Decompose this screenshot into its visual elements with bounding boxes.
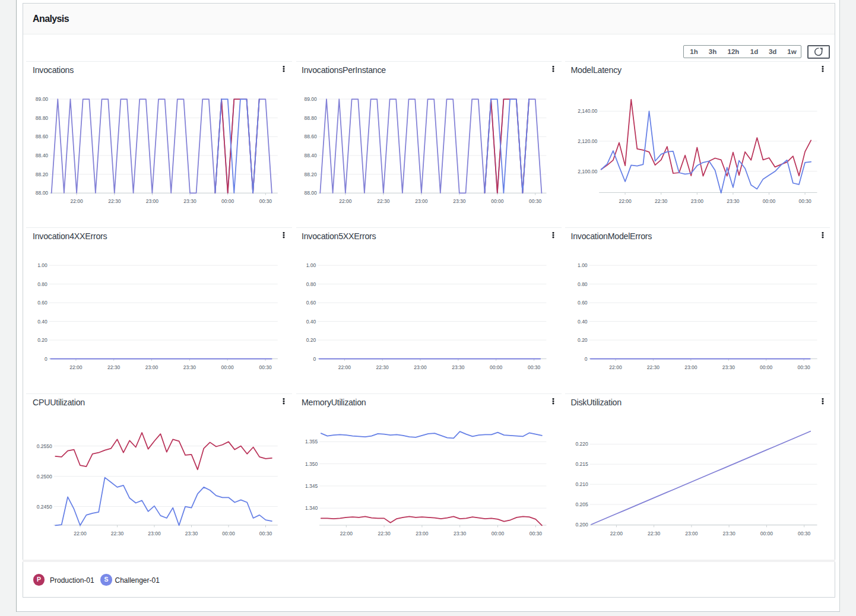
svg-text:1.350: 1.350: [305, 461, 318, 467]
svg-text:23:00: 23:00: [145, 364, 158, 370]
svg-text:23:00: 23:00: [691, 198, 704, 204]
svg-text:1.00: 1.00: [306, 262, 316, 268]
svg-text:0: 0: [585, 356, 588, 362]
svg-text:00:00: 00:00: [760, 364, 773, 370]
svg-text:23:30: 23:30: [452, 364, 465, 370]
svg-text:00:30: 00:30: [259, 364, 272, 370]
svg-text:0: 0: [45, 356, 47, 362]
svg-text:00:30: 00:30: [259, 531, 272, 536]
svg-text:00:00: 00:00: [222, 531, 235, 536]
svg-text:00:00: 00:00: [491, 198, 504, 204]
svg-text:88.40: 88.40: [36, 153, 49, 158]
svg-text:22:00: 22:00: [609, 364, 622, 370]
svg-text:88.20: 88.20: [304, 172, 317, 177]
svg-text:23:30: 23:30: [183, 198, 196, 204]
svg-text:23:30: 23:30: [727, 198, 740, 204]
svg-text:00:00: 00:00: [763, 198, 776, 204]
svg-text:0.40: 0.40: [578, 319, 588, 325]
svg-text:88.80: 88.80: [36, 115, 49, 121]
svg-text:22:30: 22:30: [378, 531, 391, 536]
svg-text:1.340: 1.340: [305, 505, 318, 511]
svg-text:23:30: 23:30: [185, 531, 198, 536]
svg-text:0.20: 0.20: [306, 337, 316, 343]
svg-text:0.215: 0.215: [575, 461, 588, 467]
svg-text:00:00: 00:00: [760, 531, 773, 536]
svg-text:88.60: 88.60: [36, 134, 49, 139]
svg-text:00:30: 00:30: [530, 531, 543, 536]
svg-text:0.60: 0.60: [306, 300, 316, 306]
svg-text:23:00: 23:00: [414, 364, 427, 370]
svg-text:22:30: 22:30: [376, 364, 389, 370]
svg-text:23:00: 23:00: [148, 531, 161, 536]
svg-text:0.220: 0.220: [575, 441, 588, 447]
svg-text:00:00: 00:00: [221, 198, 234, 204]
svg-text:89.00: 89.00: [304, 96, 317, 102]
svg-text:0: 0: [313, 356, 316, 362]
svg-text:0.40: 0.40: [37, 319, 47, 325]
svg-text:23:00: 23:00: [685, 531, 698, 536]
svg-text:88.00: 88.00: [304, 190, 317, 196]
svg-text:22:30: 22:30: [107, 364, 121, 370]
svg-text:22:00: 22:00: [610, 531, 623, 536]
svg-text:00:00: 00:00: [492, 531, 505, 536]
svg-text:0.210: 0.210: [575, 481, 588, 487]
svg-text:0.2500: 0.2500: [37, 474, 52, 480]
svg-text:23:00: 23:00: [415, 198, 428, 204]
svg-text:00:30: 00:30: [798, 198, 811, 204]
svg-text:0.20: 0.20: [578, 337, 588, 343]
svg-text:22:00: 22:00: [69, 364, 83, 370]
svg-text:23:30: 23:30: [722, 531, 735, 536]
svg-text:22:00: 22:00: [70, 198, 83, 204]
svg-text:23:30: 23:30: [722, 364, 735, 370]
svg-text:22:00: 22:00: [340, 531, 353, 536]
svg-text:88.20: 88.20: [36, 172, 49, 177]
svg-text:22:30: 22:30: [377, 198, 390, 204]
svg-text:0.60: 0.60: [37, 300, 47, 306]
svg-text:1.345: 1.345: [305, 483, 318, 489]
svg-text:88.80: 88.80: [304, 115, 317, 121]
svg-text:88.00: 88.00: [36, 190, 49, 196]
svg-text:0.60: 0.60: [578, 300, 588, 306]
svg-text:00:30: 00:30: [528, 364, 541, 370]
svg-text:0.80: 0.80: [306, 281, 316, 287]
svg-text:22:30: 22:30: [108, 198, 121, 204]
svg-text:23:30: 23:30: [183, 364, 196, 370]
svg-text:88.60: 88.60: [304, 134, 317, 139]
svg-text:23:00: 23:00: [416, 531, 429, 536]
svg-text:0.200: 0.200: [575, 522, 588, 528]
svg-text:22:30: 22:30: [647, 364, 660, 370]
svg-text:23:30: 23:30: [453, 198, 466, 204]
svg-text:23:00: 23:00: [684, 364, 698, 370]
svg-text:00:30: 00:30: [798, 531, 811, 536]
svg-text:22:30: 22:30: [648, 531, 661, 536]
svg-text:2,140.00: 2,140.00: [578, 108, 597, 114]
svg-text:22:00: 22:00: [338, 364, 351, 370]
svg-text:89.00: 89.00: [36, 96, 49, 102]
svg-text:00:30: 00:30: [529, 198, 542, 204]
svg-text:00:00: 00:00: [221, 364, 234, 370]
svg-text:00:30: 00:30: [259, 198, 272, 204]
svg-text:23:30: 23:30: [454, 531, 467, 536]
svg-text:1.00: 1.00: [578, 262, 588, 268]
svg-text:22:30: 22:30: [655, 198, 668, 204]
svg-text:0.2450: 0.2450: [37, 504, 52, 510]
svg-text:2,120.00: 2,120.00: [578, 138, 597, 144]
svg-text:0.2550: 0.2550: [37, 443, 52, 449]
svg-text:0.80: 0.80: [578, 281, 588, 287]
svg-text:22:00: 22:00: [619, 198, 632, 204]
svg-text:00:00: 00:00: [490, 364, 503, 370]
svg-text:0.205: 0.205: [575, 501, 588, 507]
svg-text:0.80: 0.80: [37, 281, 47, 287]
svg-text:88.40: 88.40: [304, 153, 317, 158]
svg-text:00:30: 00:30: [797, 364, 810, 370]
svg-text:2,100.00: 2,100.00: [578, 169, 597, 174]
svg-text:0.20: 0.20: [37, 337, 47, 343]
svg-text:22:00: 22:00: [74, 531, 87, 536]
svg-text:1.355: 1.355: [305, 439, 318, 444]
svg-text:22:00: 22:00: [339, 198, 352, 204]
svg-text:0.40: 0.40: [306, 319, 316, 325]
svg-text:23:00: 23:00: [146, 198, 159, 204]
svg-text:1.00: 1.00: [37, 262, 47, 268]
svg-text:22:30: 22:30: [111, 531, 124, 536]
